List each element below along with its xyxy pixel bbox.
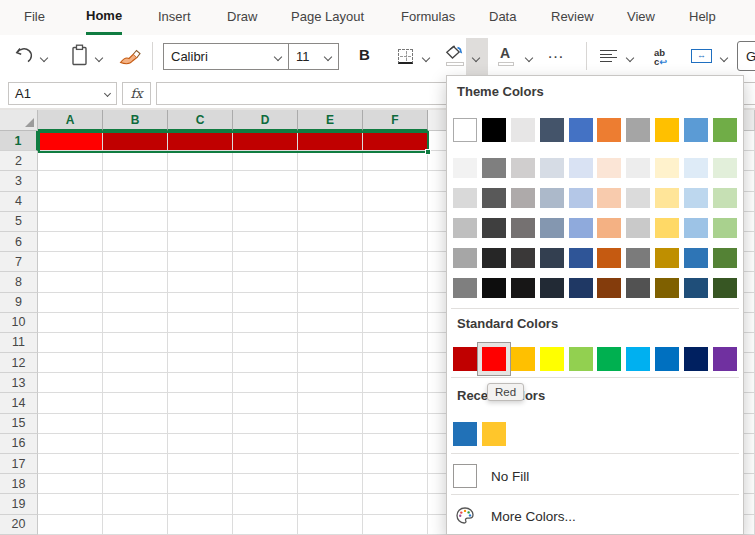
cell-B1[interactable] — [103, 131, 168, 151]
font-color-button[interactable]: A — [500, 45, 510, 61]
ribbon-tab-help[interactable]: Help — [689, 0, 716, 35]
cell-E4[interactable] — [298, 192, 363, 212]
cell-A11[interactable] — [38, 333, 103, 353]
theme-variant-swatch[interactable] — [511, 248, 535, 268]
cell-D9[interactable] — [233, 293, 298, 313]
row-header-9[interactable]: 9 — [0, 293, 38, 313]
theme-color-swatch[interactable] — [713, 118, 737, 142]
theme-variant-swatch[interactable] — [597, 218, 621, 238]
align-button[interactable] — [600, 48, 617, 64]
cell-C17[interactable] — [168, 454, 233, 474]
cell-C7[interactable] — [168, 252, 233, 272]
cell-E2[interactable] — [298, 151, 363, 171]
recent-color-swatch[interactable] — [482, 422, 506, 446]
row-header-19[interactable]: 19 — [0, 494, 38, 514]
cell-C20[interactable] — [168, 515, 233, 535]
cell-E1[interactable] — [298, 131, 363, 151]
theme-variant-swatch[interactable] — [511, 278, 535, 298]
cell-C19[interactable] — [168, 494, 233, 514]
cell-C1[interactable] — [168, 131, 233, 151]
undo-button[interactable] — [14, 46, 35, 69]
theme-color-swatch[interactable] — [511, 118, 535, 142]
cell-D2[interactable] — [233, 151, 298, 171]
cell-A13[interactable] — [38, 373, 103, 393]
theme-color-swatch[interactable] — [626, 118, 650, 142]
cell-D14[interactable] — [233, 393, 298, 413]
theme-variant-swatch[interactable] — [713, 278, 737, 298]
row-header-13[interactable]: 13 — [0, 373, 38, 393]
cell-B20[interactable] — [103, 515, 168, 535]
select-all-button[interactable] — [0, 110, 38, 131]
theme-variant-swatch[interactable] — [482, 278, 506, 298]
theme-color-swatch[interactable] — [453, 118, 477, 142]
theme-variant-swatch[interactable] — [626, 218, 650, 238]
wrap-text-button[interactable]: ab c↩ — [654, 48, 667, 66]
row-header-20[interactable]: 20 — [0, 515, 38, 535]
cell-F14[interactable] — [363, 393, 428, 413]
cell-F1[interactable] — [363, 131, 428, 151]
column-header-E[interactable]: E — [298, 110, 363, 131]
theme-variant-swatch[interactable] — [569, 248, 593, 268]
ribbon-tab-data[interactable]: Data — [489, 0, 516, 35]
name-box[interactable]: A1 — [8, 82, 117, 105]
cell-C14[interactable] — [168, 393, 233, 413]
theme-variant-swatch[interactable] — [626, 158, 650, 178]
theme-variant-swatch[interactable] — [569, 158, 593, 178]
theme-color-swatch[interactable] — [597, 118, 621, 142]
cell-F15[interactable] — [363, 414, 428, 434]
cell-C5[interactable] — [168, 212, 233, 232]
theme-variant-swatch[interactable] — [482, 218, 506, 238]
standard-color-swatch[interactable] — [684, 347, 708, 371]
theme-variant-swatch[interactable] — [713, 218, 737, 238]
cell-A18[interactable] — [38, 474, 103, 494]
cell-C13[interactable] — [168, 373, 233, 393]
row-header-5[interactable]: 5 — [0, 212, 38, 232]
paste-button[interactable] — [70, 44, 89, 71]
theme-variant-swatch[interactable] — [597, 248, 621, 268]
row-header-10[interactable]: 10 — [0, 313, 38, 333]
cell-A10[interactable] — [38, 313, 103, 333]
cell-D12[interactable] — [233, 353, 298, 373]
theme-variant-swatch[interactable] — [453, 188, 477, 208]
cell-E12[interactable] — [298, 353, 363, 373]
cell-D8[interactable] — [233, 272, 298, 292]
cell-E6[interactable] — [298, 232, 363, 252]
cell-B9[interactable] — [103, 293, 168, 313]
format-painter-button[interactable] — [119, 47, 141, 70]
row-header-7[interactable]: 7 — [0, 252, 38, 272]
no-fill-option[interactable]: No Fill — [447, 460, 743, 492]
column-header-B[interactable]: B — [103, 110, 168, 131]
bold-button[interactable]: B — [359, 46, 370, 63]
recent-color-swatch[interactable] — [453, 422, 477, 446]
cell-F2[interactable] — [363, 151, 428, 171]
ribbon-tab-page-layout[interactable]: Page Layout — [291, 0, 364, 35]
cell-E13[interactable] — [298, 373, 363, 393]
cell-F3[interactable] — [363, 171, 428, 191]
theme-variant-swatch[interactable] — [626, 278, 650, 298]
ribbon-tab-file[interactable]: File — [24, 0, 45, 35]
theme-color-swatch[interactable] — [569, 118, 593, 142]
row-header-3[interactable]: 3 — [0, 171, 38, 191]
cell-E16[interactable] — [298, 434, 363, 454]
theme-variant-swatch[interactable] — [655, 218, 679, 238]
cell-D16[interactable] — [233, 434, 298, 454]
more-options-button[interactable]: … — [547, 43, 566, 63]
theme-variant-swatch[interactable] — [511, 158, 535, 178]
theme-variant-swatch[interactable] — [511, 188, 535, 208]
paste-dropdown-chevron[interactable] — [95, 54, 103, 62]
cell-B17[interactable] — [103, 454, 168, 474]
cell-E15[interactable] — [298, 414, 363, 434]
cell-B19[interactable] — [103, 494, 168, 514]
cell-A4[interactable] — [38, 192, 103, 212]
cell-B10[interactable] — [103, 313, 168, 333]
cell-A20[interactable] — [38, 515, 103, 535]
cell-F7[interactable] — [363, 252, 428, 272]
row-header-12[interactable]: 12 — [0, 353, 38, 373]
cell-F20[interactable] — [363, 515, 428, 535]
cell-C3[interactable] — [168, 171, 233, 191]
theme-variant-swatch[interactable] — [626, 188, 650, 208]
cell-F11[interactable] — [363, 333, 428, 353]
more-colors-option[interactable]: More Colors... — [447, 500, 743, 532]
theme-variant-swatch[interactable] — [684, 218, 708, 238]
cell-D5[interactable] — [233, 212, 298, 232]
